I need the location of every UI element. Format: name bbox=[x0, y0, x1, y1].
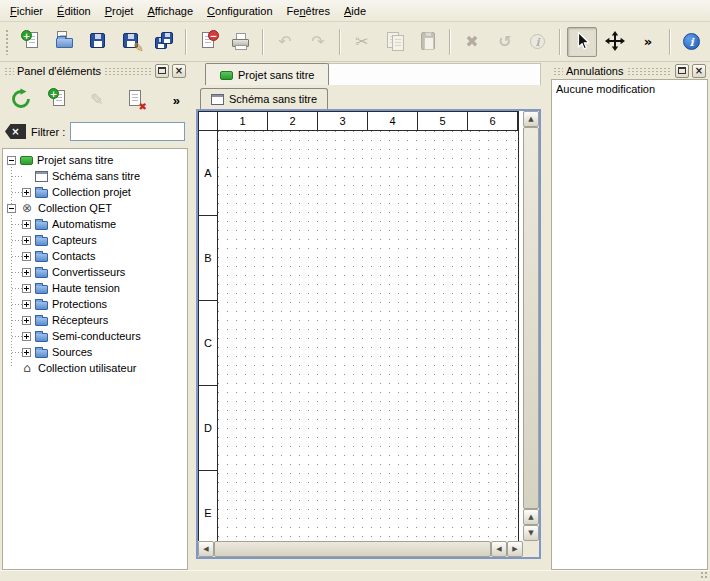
delete-element-button[interactable]: ✖ bbox=[120, 85, 150, 115]
tree-expander[interactable] bbox=[22, 220, 31, 229]
panel-toolbar-overflow-button[interactable]: » bbox=[169, 93, 184, 108]
tree-item-collection-utilisateur[interactable]: ⌂Collection utilisateur bbox=[3, 360, 187, 376]
dock-drag-grip[interactable] bbox=[104, 67, 152, 75]
dock-drag-grip[interactable] bbox=[4, 67, 14, 75]
close-document-button[interactable]: − bbox=[193, 27, 223, 57]
tree-item-label: Convertisseurs bbox=[52, 266, 125, 278]
menu-fenetres[interactable]: Fenêtres bbox=[280, 0, 337, 21]
close-dock-button[interactable]: × bbox=[172, 64, 186, 78]
tree-item-collection-qet[interactable]: ⊗Collection QET bbox=[3, 200, 187, 216]
tree-item-recepteurs[interactable]: Récepteurs bbox=[3, 312, 187, 328]
menu-affichage[interactable]: Affichage bbox=[140, 0, 200, 21]
toolbar-drag-handle[interactable] bbox=[5, 29, 10, 55]
float-dock-button[interactable] bbox=[675, 64, 689, 78]
vertical-scrollbar[interactable]: ▲ ▲ ▼ bbox=[523, 111, 539, 541]
undo-empty-text[interactable]: Aucune modification bbox=[556, 83, 703, 95]
menu-edition[interactable]: Édition bbox=[50, 0, 98, 21]
float-icon bbox=[158, 67, 166, 74]
tree-expander[interactable] bbox=[7, 204, 16, 213]
paste-button[interactable] bbox=[413, 27, 443, 57]
open-document-button[interactable] bbox=[50, 27, 80, 57]
tree-expander[interactable] bbox=[22, 284, 31, 293]
tree-item-label: Protections bbox=[52, 298, 107, 310]
tree-item-schema-sans-titre[interactable]: Schéma sans titre bbox=[3, 168, 187, 184]
tree-expander[interactable] bbox=[22, 300, 31, 309]
undo-panel-dock: Annulations × Aucune modification bbox=[549, 62, 710, 570]
tree-item-sources[interactable]: Sources bbox=[3, 344, 187, 360]
select-mode-button[interactable] bbox=[567, 27, 597, 57]
scroll-left-button-2[interactable]: ◀ bbox=[491, 541, 507, 557]
copy-button[interactable] bbox=[380, 27, 410, 57]
scrollbar-corner bbox=[523, 541, 539, 557]
tab-projet-sans-titre[interactable]: Projet sans titre bbox=[205, 63, 329, 85]
tree-expander[interactable] bbox=[22, 252, 31, 261]
toolbar-overflow-button[interactable]: » bbox=[633, 27, 663, 57]
tree-expander[interactable] bbox=[22, 236, 31, 245]
menu-aide[interactable]: Aide bbox=[337, 0, 373, 21]
tree-item-capteurs[interactable]: Capteurs bbox=[3, 232, 187, 248]
move-icon bbox=[604, 30, 626, 54]
tree-item-label: Récepteurs bbox=[52, 314, 108, 326]
rotate-selection-button[interactable]: ↺ bbox=[490, 27, 520, 57]
save-as-button[interactable]: ✎ bbox=[116, 27, 146, 57]
copy-icon bbox=[384, 30, 406, 54]
tree-expander[interactable] bbox=[22, 348, 31, 357]
element-information-button[interactable]: i bbox=[523, 27, 553, 57]
new-document-button[interactable]: + bbox=[17, 27, 47, 57]
toolbar-buttons: +✎−↶↷✂✖↺i»i bbox=[17, 27, 707, 57]
print-button[interactable] bbox=[226, 27, 256, 57]
vertical-scroll-thumb[interactable] bbox=[523, 127, 539, 509]
tree-expander[interactable] bbox=[22, 268, 31, 277]
scroll-up-button-2[interactable]: ▲ bbox=[523, 509, 539, 525]
save-all-button[interactable] bbox=[149, 27, 179, 57]
dock-drag-grip[interactable] bbox=[553, 67, 563, 75]
diagram-tab-label: Schéma sans titre bbox=[229, 93, 317, 105]
save-button[interactable] bbox=[83, 27, 113, 57]
float-dock-button[interactable] bbox=[155, 64, 169, 78]
close-dock-button[interactable]: × bbox=[692, 64, 706, 78]
tree-expander[interactable] bbox=[22, 316, 31, 325]
page-plus-icon: + bbox=[21, 30, 43, 54]
dock-drag-grip[interactable] bbox=[627, 67, 673, 75]
edit-element-button[interactable]: ✎ bbox=[82, 85, 112, 115]
scroll-right-button[interactable]: ▶ bbox=[507, 541, 523, 557]
folder-icon bbox=[35, 333, 48, 342]
tree-item-projet-sans-titre[interactable]: Projet sans titre bbox=[3, 152, 187, 168]
pan-mode-button[interactable] bbox=[600, 27, 630, 57]
new-element-button[interactable]: + bbox=[44, 85, 74, 115]
folder-icon bbox=[35, 237, 48, 246]
reload-collections-button[interactable] bbox=[6, 85, 36, 115]
tree-item-automatisme[interactable]: Automatisme bbox=[3, 216, 187, 232]
clear-filter-button[interactable]: × bbox=[5, 124, 26, 139]
cut-button[interactable]: ✂ bbox=[347, 27, 377, 57]
scroll-up-button[interactable]: ▲ bbox=[523, 111, 539, 127]
diagram-sheet: 123456 ABCDE bbox=[198, 111, 519, 541]
tree-item-collection-projet[interactable]: Collection projet bbox=[3, 184, 187, 200]
tree-item-protections[interactable]: Protections bbox=[3, 296, 187, 312]
tree-item-label: Projet sans titre bbox=[37, 154, 113, 166]
tab-schema-sans-titre[interactable]: Schéma sans titre bbox=[200, 88, 328, 109]
filter-row: × Filtrer : bbox=[2, 121, 188, 148]
pencil-icon: ✎ bbox=[86, 89, 108, 111]
scroll-down-button[interactable]: ▼ bbox=[523, 525, 539, 541]
tree-expander[interactable] bbox=[7, 156, 16, 165]
menu-projet[interactable]: Projet bbox=[98, 0, 141, 21]
tree-item-semi-conducteurs[interactable]: Semi-conducteurs bbox=[3, 328, 187, 344]
menu-configuration[interactable]: Configuration bbox=[200, 0, 279, 21]
menu-fichier[interactable]: Fichier bbox=[3, 0, 50, 21]
horizontal-scrollbar[interactable]: ◀ ◀ ▶ bbox=[198, 541, 523, 557]
redo-button[interactable]: ↷ bbox=[303, 27, 333, 57]
undo-button[interactable]: ↶ bbox=[270, 27, 300, 57]
tree-item-contacts[interactable]: Contacts bbox=[3, 248, 187, 264]
page-delete-icon: ✖ bbox=[124, 88, 146, 112]
horizontal-scroll-thumb[interactable] bbox=[214, 541, 491, 557]
tree-item-haute-tension[interactable]: Haute tension bbox=[3, 280, 187, 296]
diagram-canvas[interactable]: 123456 ABCDE bbox=[198, 111, 523, 541]
scroll-left-button[interactable]: ◀ bbox=[198, 541, 214, 557]
filter-input[interactable] bbox=[70, 122, 185, 141]
tree-expander[interactable] bbox=[22, 332, 31, 341]
delete-selection-button[interactable]: ✖ bbox=[457, 27, 487, 57]
about-button[interactable]: i bbox=[677, 27, 707, 57]
tree-expander[interactable] bbox=[22, 188, 31, 197]
tree-item-convertisseurs[interactable]: Convertisseurs bbox=[3, 264, 187, 280]
